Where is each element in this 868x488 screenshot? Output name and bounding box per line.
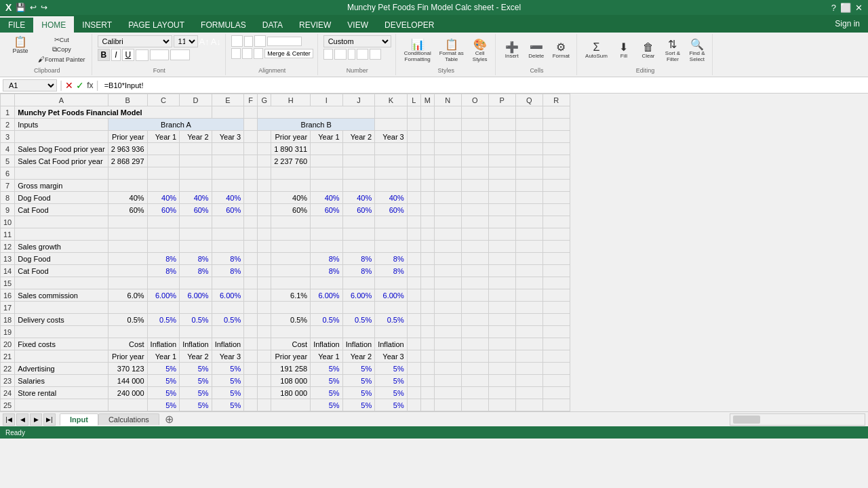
col-header-a[interactable]: A [15,94,108,106]
cell-j16[interactable]: 6.00% [342,289,375,302]
cell-a14[interactable]: Cat Food [15,265,108,277]
cell-b22[interactable]: 370 123 [108,363,147,375]
tab-insert[interactable]: INSERT [74,16,120,33]
cell-j14[interactable]: 8% [342,265,375,277]
cell-d9[interactable]: 60% [180,204,212,216]
cell-j13[interactable]: 8% [342,253,375,265]
format-cells-button[interactable]: ⚙ Format [550,41,572,60]
cell-k5[interactable] [375,155,408,167]
col-header-d[interactable]: D [180,94,212,106]
col-header-c[interactable]: C [147,94,180,106]
clear-button[interactable]: 🗑 Clear [637,41,659,60]
cell-g4[interactable] [258,143,271,155]
cell-i24[interactable]: 5% [311,387,343,399]
cell-i21[interactable]: Year 1 [311,350,343,363]
help-icon[interactable]: ? [831,3,836,13]
cell-j21[interactable]: Year 2 [342,350,375,363]
cell-e16[interactable]: 6.00% [212,289,244,302]
conditional-formatting-button[interactable]: 📊 ConditionalFormatting [401,38,434,64]
cell-g1[interactable] [258,106,375,119]
cell-b24[interactable]: 240 000 [108,387,147,399]
sheet-nav-last[interactable]: ▶| [43,413,56,426]
cell-f2[interactable] [244,119,258,131]
cell-c8[interactable]: 40% [147,192,180,204]
cell-b6[interactable] [108,167,147,180]
quick-access-save[interactable]: 💾 [16,3,26,12]
restore-icon[interactable]: ⬜ [840,3,851,13]
quick-access-undo[interactable]: ↩ [30,3,37,12]
col-header-k[interactable]: K [375,94,408,106]
cell-o1[interactable] [461,106,488,119]
cell-k14[interactable]: 8% [375,265,408,277]
cell-d3[interactable]: Year 2 [180,131,212,143]
copy-button[interactable]: ⧉ Copy [36,45,87,54]
cell-j3[interactable]: Year 2 [342,131,375,143]
border-button[interactable]: ⊞ [136,49,149,61]
col-header-f[interactable]: F [244,94,258,106]
cell-a1[interactable]: Munchy Pet Foods Financial Model [15,106,212,119]
cell-j5[interactable] [342,155,375,167]
font-name-select[interactable]: Calibri [98,35,172,47]
cell-e14[interactable]: 8% [212,265,244,277]
fill-button[interactable]: ⬇ Fill [613,41,635,60]
col-header-j[interactable]: J [342,94,375,106]
cell-j18[interactable]: 0.5% [342,314,375,326]
cell-q1[interactable] [515,106,542,119]
decrease-decimal-icon[interactable]: 0. [370,49,381,60]
col-header-e[interactable]: E [212,94,244,106]
cell-c3[interactable]: Year 1 [147,131,180,143]
cell-m3[interactable] [420,131,434,143]
cell-n4[interactable] [434,143,461,155]
font-size-select[interactable]: 11 [174,35,198,47]
cell-d13[interactable]: 8% [180,253,212,265]
font-shrink-icon[interactable]: A↓ [211,37,221,47]
cell-c4[interactable] [147,143,180,155]
accounting-icon[interactable]: $ [323,49,333,60]
cell-d20[interactable]: Inflation [180,338,212,350]
cell-a18[interactable]: Delivery costs [15,314,108,326]
confirm-formula-icon[interactable]: ✓ [76,80,84,91]
cell-i5[interactable] [311,155,343,167]
cell-a24[interactable]: Store rental [15,387,108,399]
cell-j20[interactable]: Inflation [342,338,375,350]
cell-b9[interactable]: 60% [108,204,147,216]
cell-q5[interactable] [515,155,542,167]
cell-c9[interactable]: 60% [147,204,180,216]
cell-b16[interactable]: 6.0% [108,289,147,302]
cell-j4[interactable] [342,143,375,155]
col-header-b[interactable]: B [108,94,147,106]
cell-j8[interactable]: 40% [342,192,375,204]
sheet-tab-calculations[interactable]: Calculations [98,413,159,425]
cell-e13[interactable]: 8% [212,253,244,265]
cell-k2[interactable] [375,119,408,131]
cell-a12[interactable]: Sales growth [15,241,108,253]
align-right-icon[interactable]: ≡ [254,48,263,59]
cell-r2[interactable] [542,119,570,131]
col-header-q[interactable]: Q [515,94,542,106]
cell-i9[interactable]: 60% [311,204,343,216]
add-sheet-button[interactable]: ⊕ [159,411,179,427]
cell-m5[interactable] [420,155,434,167]
cell-j24[interactable]: 5% [342,387,375,399]
cell-e4[interactable] [212,143,244,155]
cell-r4[interactable] [542,143,570,155]
cell-c22[interactable]: 5% [147,363,180,375]
number-format-select[interactable]: Custom General Number Currency Percentag… [323,35,391,47]
cell-l4[interactable] [407,143,420,155]
cell-a13[interactable]: Dog Food [15,253,108,265]
cell-d18[interactable]: 0.5% [180,314,212,326]
bold-button[interactable]: B [98,49,111,61]
cell-m1[interactable] [420,106,434,119]
increase-decimal-icon[interactable]: .0 [357,49,368,60]
cell-h18[interactable]: 0.5% [271,314,311,326]
horizontal-scrollbar[interactable] [730,413,865,426]
tab-view[interactable]: VIEW [339,16,376,33]
cell-h20[interactable]: Cost [271,338,311,350]
cell-a8[interactable]: Dog Food [15,192,108,204]
cell-l3[interactable] [407,131,420,143]
cell-a2[interactable]: Inputs [15,119,108,131]
cell-n3[interactable] [434,131,461,143]
cell-c25[interactable]: 5% [147,399,180,411]
cell-i14[interactable]: 8% [311,265,343,277]
cell-g2[interactable]: Branch B [258,119,375,131]
